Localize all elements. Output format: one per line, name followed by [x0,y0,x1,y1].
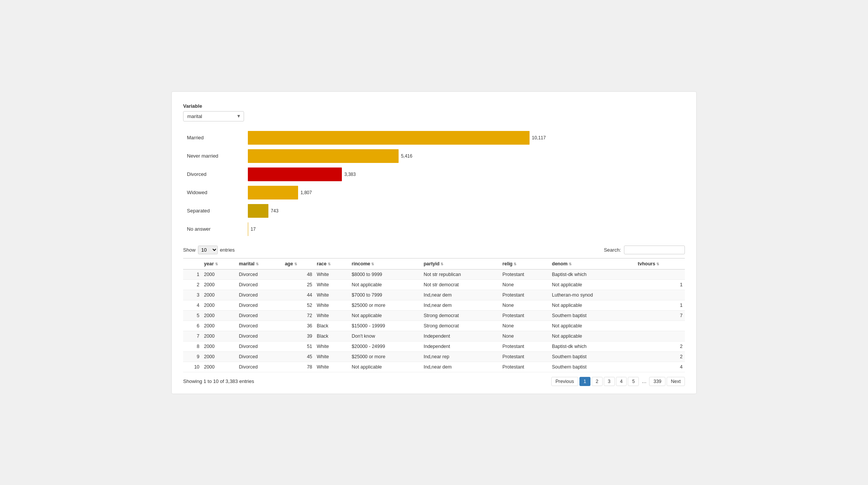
table-cell-race: White [314,290,349,300]
table-cell-year: 2000 [202,331,237,341]
entries-per-page-select[interactable]: 10 25 50 100 [198,246,218,254]
table-controls: Show 10 25 50 100 entries Search: [183,246,685,254]
sort-arrows-icon: ⇅ [371,262,374,266]
table-row: 42000Divorced52White$25000 or moreInd,ne… [183,300,685,310]
table-cell-age: 25 [282,279,314,290]
table-cell-partyid: Independent [421,341,500,351]
table-cell-partyid: Not str democrat [421,279,500,290]
table-cell-relig: None [500,331,550,341]
table-cell-relig: Protestant [500,341,550,351]
table-cell-marital: Divorced [237,331,283,341]
sort-arrows-icon: ⇅ [215,262,218,266]
chart-bar-wrap: 10,117 [248,131,685,145]
table-cell-age: 48 [282,269,314,279]
table-cell-row_num: 6 [183,321,202,331]
table-cell-tvhours [635,290,685,300]
chart-row: No answer17 [187,222,685,236]
table-cell-tvhours [635,321,685,331]
table-header-partyid[interactable]: partyid⇅ [421,258,500,269]
table-cell-year: 2000 [202,300,237,310]
chart-bar-wrap: 1,807 [248,186,685,199]
pagination-page-button[interactable]: 2 [592,377,603,386]
chart-bar [248,149,399,163]
table-cell-tvhours: 7 [635,310,685,321]
table-cell-race: White [314,341,349,351]
table-row: 12000Divorced48White$8000 to 9999Not str… [183,269,685,279]
sort-arrows-icon: ⇅ [656,262,659,266]
chart-area: Married10,117Never married5,416Divorced3… [183,131,685,236]
table-cell-denom: Lutheran-mo synod [550,290,635,300]
table-cell-marital: Divorced [237,351,283,362]
table-cell-rincome: $8000 to 9999 [349,269,421,279]
variable-label: Variable [183,103,685,109]
pagination-page-button[interactable]: 1 [579,377,590,386]
table-cell-denom: Southern baptist [550,310,635,321]
table-cell-age: 39 [282,331,314,341]
sort-arrows-icon: ⇅ [256,262,259,266]
chart-row: Married10,117 [187,131,685,145]
search-input[interactable] [624,246,685,254]
table-row: 102000Divorced78WhiteNot applicableInd,n… [183,362,685,372]
pagination-ellipsis: … [640,378,648,384]
table-cell-age: 52 [282,300,314,310]
table-cell-marital: Divorced [237,321,283,331]
chart-bar [248,222,248,236]
table-cell-rincome: $25000 or more [349,351,421,362]
table-header-race[interactable]: race⇅ [314,258,349,269]
chart-bar-wrap: 17 [248,222,685,236]
chart-bar-label: Divorced [187,171,248,177]
table-cell-row_num: 7 [183,331,202,341]
table-cell-rincome: Not applicable [349,279,421,290]
table-cell-rincome: $15000 - 19999 [349,321,421,331]
pagination-previous-button[interactable]: Previous [551,377,578,386]
chart-bar-label: Widowed [187,190,248,195]
pagination-page-button[interactable]: 4 [616,377,627,386]
table-cell-year: 2000 [202,351,237,362]
table-cell-denom: Not applicable [550,321,635,331]
pagination-last-page-button[interactable]: 339 [649,377,665,386]
table-cell-year: 2000 [202,341,237,351]
table-cell-partyid: Ind,near dem [421,300,500,310]
table-cell-marital: Divorced [237,279,283,290]
table-cell-denom: Not applicable [550,300,635,310]
chart-bar-wrap: 5,416 [248,149,685,163]
table-cell-denom: Baptist-dk which [550,341,635,351]
chart-row: Divorced3,383 [187,167,685,182]
table-cell-denom: Not applicable [550,331,635,341]
table-cell-partyid: Not str republican [421,269,500,279]
table-header-tvhours[interactable]: tvhours⇅ [635,258,685,269]
table-row: 62000Divorced36Black$15000 - 19999Strong… [183,321,685,331]
table-cell-partyid: Ind,near dem [421,362,500,372]
table-header-age[interactable]: age⇅ [282,258,314,269]
search-label: Search: [604,247,621,253]
table-header-year[interactable]: year⇅ [202,258,237,269]
table-header-marital[interactable]: marital⇅ [237,258,283,269]
table-cell-denom: Southern baptist [550,362,635,372]
pagination-buttons: Previous12345…339Next [551,377,685,386]
table-cell-marital: Divorced [237,290,283,300]
sort-arrows-icon: ⇅ [294,262,297,266]
table-cell-rincome: Not applicable [349,310,421,321]
table-cell-marital: Divorced [237,362,283,372]
search-area: Search: [604,246,685,254]
table-cell-tvhours: 1 [635,300,685,310]
variable-select[interactable]: marital age race rincome partyid relig d… [183,111,244,121]
chart-bar-value: 10,117 [532,135,546,140]
table-cell-race: White [314,279,349,290]
chart-bar [248,204,268,218]
table-header-denom[interactable]: denom⇅ [550,258,635,269]
chart-bar-label: Never married [187,153,248,159]
table-cell-race: Black [314,331,349,341]
table-cell-race: White [314,300,349,310]
chart-bar-label: Separated [187,208,248,214]
pagination-next-button[interactable]: Next [667,377,685,386]
table-header-rincome[interactable]: rincome⇅ [349,258,421,269]
table-cell-partyid: Strong democrat [421,321,500,331]
pagination-page-button[interactable]: 5 [628,377,639,386]
sort-arrows-icon: ⇅ [328,262,331,266]
main-container: Variable marital age race rincome partyi… [171,91,697,394]
sort-arrows-icon: ⇅ [440,262,444,266]
pagination-page-button[interactable]: 3 [604,377,615,386]
chart-bar-value: 743 [271,208,278,214]
table-header-relig[interactable]: relig⇅ [500,258,550,269]
